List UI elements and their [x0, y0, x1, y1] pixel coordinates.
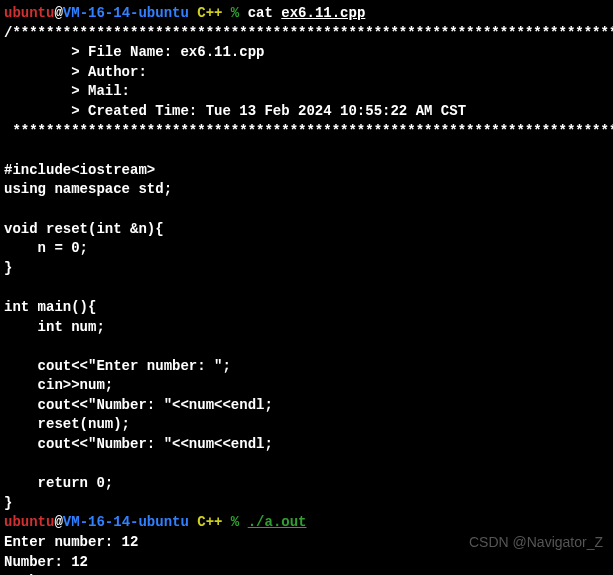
prompt-at: @ [54, 5, 62, 21]
code-line: > Author: [4, 63, 609, 83]
code-line: reset(num); [4, 415, 609, 435]
prompt-path: C++ [189, 5, 223, 21]
code-line [4, 455, 609, 475]
code-line: cout<<"Number: "<<num<<endl; [4, 435, 609, 455]
code-line: ****************************************… [4, 122, 609, 142]
code-line: #include<iostream> [4, 161, 609, 181]
prompt-symbol: % [222, 5, 247, 21]
code-line [4, 200, 609, 220]
code-line: > Mail: [4, 82, 609, 102]
prompt-line-1[interactable]: ubuntu@VM-16-14-ubuntu C++ % cat ex6.11.… [4, 4, 609, 24]
code-line: void reset(int &n){ [4, 220, 609, 240]
command-cat: cat [248, 5, 282, 21]
prompt-host: VM-16-14-ubuntu [63, 514, 189, 530]
code-line [4, 337, 609, 357]
code-line [4, 278, 609, 298]
code-line: return 0; [4, 474, 609, 494]
code-line: } [4, 259, 609, 279]
code-line: n = 0; [4, 239, 609, 259]
code-line: using namespace std; [4, 180, 609, 200]
code-line: cin>>num; [4, 376, 609, 396]
prompt-at: @ [54, 514, 62, 530]
prompt-user: ubuntu [4, 5, 54, 21]
command-arg: ex6.11.cpp [281, 5, 365, 21]
code-line: cout<<"Enter number: "; [4, 357, 609, 377]
prompt-symbol: % [222, 514, 247, 530]
file-content: /***************************************… [4, 24, 609, 514]
prompt-path: C++ [189, 514, 223, 530]
prompt-line-2[interactable]: ubuntu@VM-16-14-ubuntu C++ % ./a.out [4, 513, 609, 533]
prompt-user: ubuntu [4, 514, 54, 530]
output-line: Number: 12 [4, 553, 609, 573]
code-line: cout<<"Number: "<<num<<endl; [4, 396, 609, 416]
code-line: /***************************************… [4, 24, 609, 44]
code-line [4, 141, 609, 161]
prompt-host: VM-16-14-ubuntu [63, 5, 189, 21]
code-line: > Created Time: Tue 13 Feb 2024 10:55:22… [4, 102, 609, 122]
code-line: int num; [4, 318, 609, 338]
command-run: ./a.out [248, 514, 307, 530]
watermark-text: CSDN @Navigator_Z [469, 533, 603, 553]
code-line: int main(){ [4, 298, 609, 318]
code-line: } [4, 494, 609, 514]
code-line: > File Name: ex6.11.cpp [4, 43, 609, 63]
